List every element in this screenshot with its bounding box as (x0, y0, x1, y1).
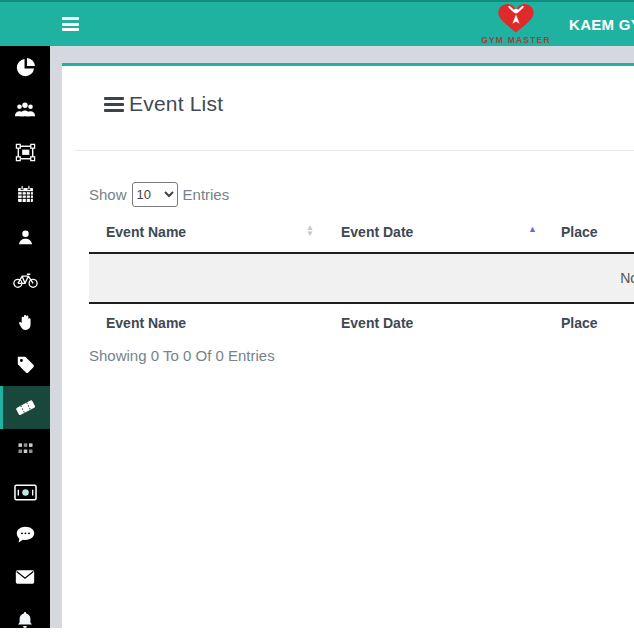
empty-table-row: No data available in table (89, 253, 634, 303)
sidebar-item-members[interactable] (0, 89, 50, 132)
sidebar-item-attendance[interactable] (0, 301, 50, 344)
content-gutter (50, 46, 62, 628)
sidebar-item-messages[interactable] (0, 514, 50, 557)
sidebar-item-calendar[interactable] (0, 174, 50, 217)
comment-icon (15, 524, 36, 545)
table-footer-row: Event Name Event Date Place (89, 303, 634, 339)
show-label: Show (89, 186, 127, 203)
page-title: Event List (129, 92, 223, 116)
footer-place: Place (546, 303, 634, 339)
column-label: Event Name (106, 224, 186, 240)
sidebar-item-mail[interactable] (0, 556, 50, 599)
tag-icon (15, 354, 36, 375)
table-header-row: Event Name ▲▼ Event Date ▲ Place (89, 216, 634, 253)
sort-unsorted-icon[interactable]: ▲▼ (306, 225, 314, 237)
column-header-event-date[interactable]: Event Date ▲ (324, 216, 546, 253)
pie-chart-icon (14, 56, 37, 79)
entries-label: Entries (183, 186, 230, 203)
event-table: Event Name ▲▼ Event Date ▲ Place No data… (89, 216, 634, 339)
list-bars-icon (104, 97, 124, 114)
hand-paper-icon (16, 313, 35, 332)
sidebar-item-gallery[interactable] (0, 131, 50, 174)
logo-title: GYM MASTER (474, 35, 558, 45)
object-group-icon (14, 141, 37, 164)
sidebar-item-events[interactable] (0, 386, 50, 429)
column-header-event-name[interactable]: Event Name ▲▼ (89, 216, 324, 253)
event-table-wrap: Event Name ▲▼ Event Date ▲ Place No data… (89, 216, 634, 339)
sidebar-item-payments[interactable] (0, 471, 50, 514)
ticket-icon (14, 396, 37, 419)
sidebar-nav (0, 46, 50, 628)
sort-ascending-icon[interactable]: ▲ (528, 224, 537, 234)
envelope-icon (15, 569, 35, 585)
empty-table-message: No data available in table (89, 253, 634, 303)
column-header-place[interactable]: Place (546, 216, 634, 253)
page-size-select[interactable]: 10 (132, 182, 178, 207)
sidebar-item-profile[interactable] (0, 216, 50, 259)
heart-athlete-logo-icon (497, 19, 535, 36)
bell-icon (15, 610, 35, 630)
sidebar-item-equipment[interactable] (0, 259, 50, 302)
footer-event-date: Event Date (324, 303, 546, 339)
sidebar-item-dashboard[interactable] (0, 46, 50, 89)
top-header: GYM MASTER KAEM GYM (0, 0, 634, 46)
calendar-icon (15, 184, 36, 205)
card-header-divider (75, 150, 634, 151)
bicycle-icon (12, 270, 39, 289)
column-label: Event Date (341, 224, 413, 240)
event-list-card: Event List Show 10 Entries Event Name ▲▼… (62, 63, 634, 628)
column-label: Place (561, 224, 598, 240)
footer-event-name: Event Name (89, 303, 324, 339)
users-icon (13, 98, 37, 122)
bottom-strip (0, 628, 634, 634)
sidebar-item-icons-grid[interactable] (0, 429, 50, 472)
grid-icon (15, 439, 36, 460)
menu-toggle-icon[interactable] (62, 17, 79, 34)
app-logo: GYM MASTER (474, 3, 558, 45)
user-icon (16, 228, 35, 247)
table-info-text: Showing 0 To 0 Of 0 Entries (89, 347, 275, 364)
sidebar-item-tags[interactable] (0, 344, 50, 387)
table-length-controls: Show 10 Entries (89, 182, 229, 207)
gym-name: KAEM GYM (569, 2, 634, 48)
money-bill-icon (14, 484, 37, 501)
